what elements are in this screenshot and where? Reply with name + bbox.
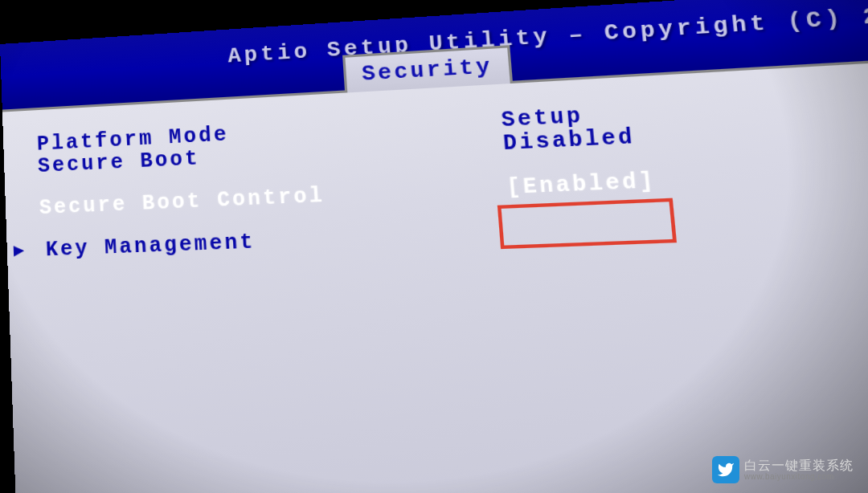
bios-screen: Aptio Setup Utility – Copyright (C) 2012… <box>0 0 868 493</box>
watermark-logo-icon <box>712 456 739 483</box>
secure-boot-control-value: [Enabled] <box>506 155 868 201</box>
submenu-arrow-icon: ▶ <box>13 239 27 262</box>
secure-boot-control-label: Secure Boot Control <box>29 175 507 220</box>
watermark: 白云一键重装系统 www.baiyunxitong.com <box>712 456 854 483</box>
key-management-value <box>510 202 868 245</box>
watermark-text-block: 白云一键重装系统 www.baiyunxitong.com <box>744 458 854 482</box>
watermark-url: www.baiyunxitong.com <box>744 472 854 481</box>
watermark-title: 白云一键重装系统 <box>744 458 854 473</box>
key-management-label: Key Management <box>31 220 511 263</box>
